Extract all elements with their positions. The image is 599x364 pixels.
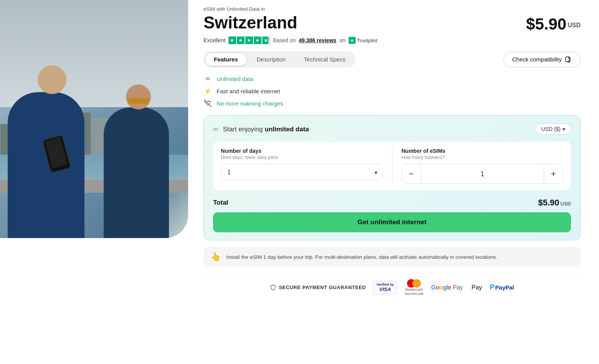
esims-count: 1: [421, 170, 544, 178]
star-3: ★: [245, 36, 253, 44]
increment-esims-button[interactable]: +: [544, 164, 563, 184]
applepay-logo: Pay: [470, 284, 482, 291]
star-1: ★: [228, 36, 236, 44]
visa-verified-badge: Verified by VISA: [374, 281, 397, 294]
tabs-row: Features Description Technical Specs Che…: [204, 51, 581, 68]
esims-label: Number of eSIMs: [402, 148, 564, 154]
currency-selector[interactable]: USD ($) ▾: [535, 123, 571, 135]
country-title: Switzerland: [204, 13, 298, 32]
applepay-text: Pay: [472, 284, 482, 291]
feature-text-1: Unlimited data: [217, 76, 253, 82]
info-banner: 👆 Install the eSIM 1 day before your tri…: [204, 247, 581, 267]
mc-orange-circle: [412, 279, 421, 288]
esims-selector-group: Number of eSIMs How many travelers? − 1 …: [402, 148, 564, 184]
rating-text: Excellent: [204, 37, 225, 43]
g-letter-2: g: [443, 284, 446, 291]
title-prefix: Start enjoying: [223, 126, 263, 133]
days-label: Number of days: [221, 148, 383, 154]
total-price-usd: USD: [561, 201, 571, 207]
mastercard-label: Mastercard: [405, 288, 422, 292]
currency-label: USD ($): [541, 126, 561, 132]
star-5: ★: [262, 36, 270, 44]
o-letter-1: o: [436, 284, 439, 291]
page-wrapper: eSIM with Unlimited Data in Switzerland …: [0, 0, 599, 364]
decrement-esims-button[interactable]: −: [402, 164, 421, 184]
trustpilot-logo: ★ Trustpilot: [349, 37, 377, 44]
price-amount: $5.90: [526, 15, 566, 33]
selectors-row: Number of days More days, lower daily pr…: [213, 142, 571, 190]
total-price: $5.90USD: [538, 198, 571, 208]
total-label: Total: [213, 199, 228, 207]
photo-simulation: [0, 0, 188, 238]
person-woman: [108, 84, 169, 238]
secure-payment-label: SECURE PAYMENT GUARANTEED: [270, 285, 366, 291]
g-letter: G: [431, 284, 436, 291]
get-internet-button[interactable]: Get unlimited internet: [213, 212, 571, 232]
features-list: ∞ Unlimited data ⚡ Fast and reliable int…: [204, 74, 581, 108]
check-compatibility-button[interactable]: Check compatibility: [503, 52, 581, 67]
title-bold: unlimited data: [265, 126, 309, 133]
reviews-row: Excellent ★ ★ ★ ★ ★ Based on 49,386 revi…: [204, 36, 581, 44]
feature-fast-internet: ⚡ Fast and reliable internet: [204, 87, 581, 95]
booking-card-header: ∞ Start enjoying unlimited data USD ($) …: [213, 123, 571, 135]
paypal-p1: P: [490, 283, 495, 291]
tab-description[interactable]: Description: [248, 53, 294, 66]
tab-technical-specs[interactable]: Technical Specs: [296, 53, 354, 66]
price-display: $5.90USD: [526, 13, 581, 33]
trustpilot-text: Trustpilot: [357, 38, 377, 43]
header-row: Switzerland $5.90USD: [204, 13, 581, 33]
e-letter: e: [448, 284, 453, 291]
days-selector-group: Number of days More days, lower daily pr…: [221, 148, 383, 184]
mastercard-circles: [407, 279, 421, 288]
unlimited-title: ∞ Start enjoying unlimited data: [213, 125, 309, 133]
booking-card: ∞ Start enjoying unlimited data USD ($) …: [204, 115, 581, 240]
trustpilot-star: ★: [349, 37, 356, 44]
content-panel: eSIM with Unlimited Data in Switzerland …: [188, 0, 599, 364]
esims-sublabel: How many travelers?: [402, 155, 564, 160]
star-4: ★: [254, 36, 261, 44]
price-currency: USD: [568, 22, 581, 28]
stars-container: ★ ★ ★ ★ ★: [228, 36, 270, 44]
visa-verified-line1: Verified by: [376, 283, 394, 287]
chevron-down-icon: ▾: [563, 126, 565, 132]
check-compat-label: Check compatibility: [512, 56, 562, 63]
feature-no-roaming: No more roaming charges: [204, 99, 581, 108]
tabs-group: Features Description Technical Specs: [204, 51, 356, 68]
o-letter-2: o: [439, 284, 443, 291]
days-select[interactable]: 1 2 3 5 7 10 14 30: [221, 164, 383, 180]
pay-text: Pay: [453, 284, 463, 291]
selector-divider: [392, 148, 392, 184]
feature-unlimited-data: ∞ Unlimited data: [204, 74, 581, 83]
paypal-logo: PPayPal: [490, 283, 514, 291]
hero-image: [0, 0, 188, 238]
paypal-text-label: PayPal: [495, 284, 514, 291]
shield-icon: [270, 285, 276, 291]
reviews-prefix: Based on: [273, 37, 296, 43]
reviews-on: on: [339, 37, 346, 43]
feature-text-3: No more roaming charges: [217, 100, 283, 107]
days-sublabel: More days, lower daily price: [221, 155, 383, 160]
total-price-amount: $5.90: [538, 198, 559, 207]
star-2: ★: [237, 36, 245, 44]
tab-features[interactable]: Features: [205, 53, 247, 66]
infinity-icon-2: ∞: [213, 125, 218, 133]
esims-counter: − 1 +: [402, 164, 564, 184]
mastercard-sub: SecureCode: [404, 292, 424, 296]
no-roaming-icon: [204, 99, 212, 108]
infinity-icon: ∞: [204, 74, 212, 83]
mastercard-badge: Mastercard SecureCode: [404, 279, 424, 296]
esim-label: eSIM with Unlimited Data in: [204, 6, 581, 12]
secure-label-text: SECURE PAYMENT GUARANTEED: [279, 285, 366, 290]
total-row: Total $5.90USD: [213, 196, 571, 212]
gpay-logo: Google Pay: [431, 284, 463, 291]
payment-footer: SECURE PAYMENT GUARANTEED Verified by VI…: [204, 273, 581, 298]
reviews-link[interactable]: 49,386 reviews: [299, 37, 336, 43]
check-compat-icon: [565, 56, 572, 63]
image-panel: [0, 0, 188, 364]
visa-verified-line2: VISA: [379, 286, 391, 293]
days-selector-wrapper: 1 2 3 5 7 10 14 30: [221, 164, 383, 180]
lightning-icon: ⚡: [204, 87, 212, 95]
feature-text-2: Fast and reliable internet: [217, 88, 280, 94]
hand-icon: 👆: [210, 252, 221, 262]
info-text: Install the eSIM 1 day before your trip.…: [226, 254, 497, 260]
